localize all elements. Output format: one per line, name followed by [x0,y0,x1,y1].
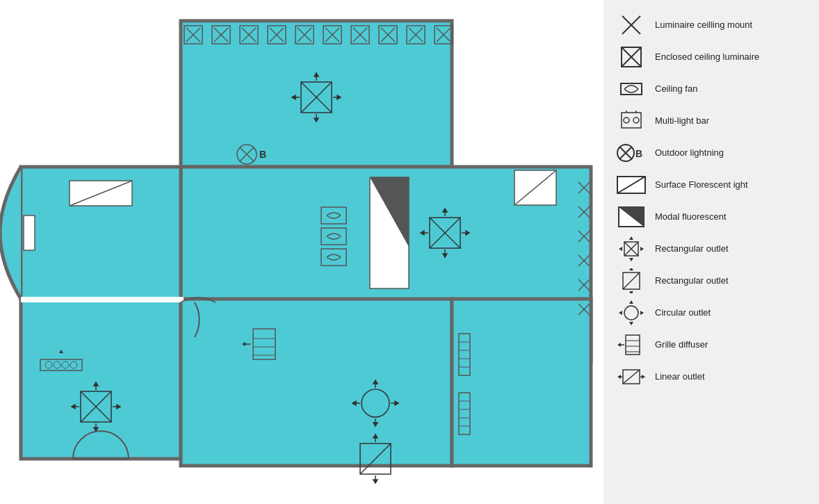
luminaire-ceiling-mount-label: Luminaire ceilling mount [655,19,752,31]
legend-panel: Luminaire ceilling mount Enclosed ceilin… [603,0,819,504]
rect-outlet-arrows-label: Rectangular outlet [655,243,729,255]
svg-marker-159 [629,236,633,240]
floor-plan: B [0,0,603,504]
legend-item-ceiling-fan: Ceiling fan [615,76,808,101]
legend-item-modal-fluorescent: Modal fluorescent [615,204,808,229]
outdoor-lightning-label: Outdoor lightning [655,147,724,159]
svg-marker-186 [617,343,621,347]
legend-item-rect-outlet-arrows: Rectangular outlet [615,236,808,261]
svg-line-188 [623,370,640,384]
svg-marker-161 [629,258,633,261]
svg-text:B: B [635,148,642,159]
legend-item-outdoor-lightning: B Outdoor lightning [615,140,808,165]
modal-fluorescent-label: Modal fluorescent [655,211,727,223]
legend-item-rect-outlet: Rectangular outlet [615,268,808,293]
outdoor-lightning-icon: B [615,140,648,165]
ceiling-fan-label: Ceiling fan [655,83,697,95]
multi-light-label: Multi-light bar [655,115,709,127]
rect-outlet-label: Rectangular outlet [655,275,729,287]
svg-marker-163 [619,247,622,251]
svg-rect-4 [181,299,452,466]
legend-item-multi-light: Multi-light bar [615,108,808,133]
legend-item-surface-florescent: Surface Florescent ight [615,172,808,197]
linear-outlet-label: Linear outlet [655,371,705,383]
svg-point-143 [624,117,629,123]
grille-diffuser-label: Grille diffuser [655,339,708,351]
circular-outlet-label: Circular outlet [655,307,711,319]
svg-point-144 [633,117,639,123]
luminaire-ceiling-mount-icon [615,13,648,38]
multi-light-icon [615,108,648,133]
svg-marker-192 [642,375,645,379]
svg-text:B: B [259,149,266,160]
legend-item-luminaire-ceiling-mount: Luminaire ceilling mount [615,13,808,38]
circular-outlet-icon [615,300,648,325]
ceiling-fan-icon [615,76,648,101]
legend-item-grille-diffuser: Grille diffuser [615,332,808,357]
legend-item-circular-outlet: Circular outlet [615,300,808,325]
svg-line-167 [623,273,640,289]
svg-rect-6 [21,297,181,302]
svg-rect-55 [24,216,35,250]
svg-rect-5 [452,299,591,466]
svg-marker-169 [629,268,633,270]
svg-marker-174 [629,300,633,304]
svg-point-172 [624,306,638,320]
legend-item-enclosed-ceiling: Enclosed ceiling luminaire [615,44,808,70]
modal-fluorescent-icon [615,204,648,229]
svg-marker-176 [629,322,633,325]
enclosed-ceiling-icon [615,44,648,70]
legend-item-linear-outlet: Linear outlet [615,364,808,389]
svg-marker-180 [640,311,644,315]
rect-outlet-arrows-icon [615,236,648,261]
svg-rect-3 [21,299,181,459]
svg-rect-142 [622,113,641,128]
svg-marker-178 [619,311,622,315]
svg-marker-165 [640,247,644,251]
svg-marker-190 [617,375,621,379]
enclosed-ceiling-label: Enclosed ceiling luminaire [655,51,759,63]
grille-diffuser-icon [615,332,648,357]
surface-florescent-label: Surface Florescent ight [655,179,748,191]
surface-florescent-icon [615,172,648,197]
rect-outlet-icon [615,268,648,293]
svg-marker-171 [629,291,633,293]
linear-outlet-icon [615,364,648,389]
svg-rect-1 [181,21,452,167]
